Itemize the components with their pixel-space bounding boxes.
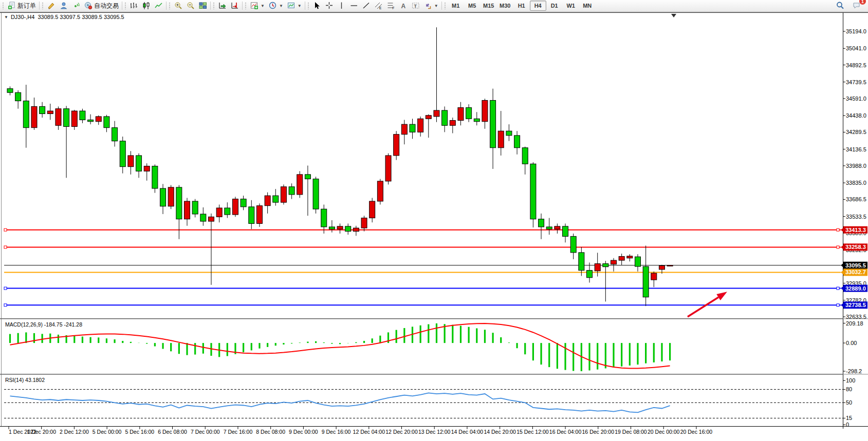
candle [136,156,142,171]
time-label: 7 Dec 00:00 [191,429,220,435]
text-label-button[interactable]: T [410,0,422,11]
toolbar-grip[interactable] [213,2,215,9]
chevron-down-icon[interactable]: ▼ [298,4,302,8]
vertical-line-button[interactable] [336,0,348,11]
text-button[interactable]: A [397,0,410,11]
candle [337,226,343,229]
timeframe-h1-button[interactable]: H1 [513,1,530,11]
line-handle[interactable] [4,228,7,231]
candle [426,116,431,119]
timeframe-m1-button[interactable]: M1 [448,1,464,11]
line-handle[interactable] [837,287,839,290]
line-handle[interactable] [837,304,839,306]
candlestick-button[interactable] [140,0,153,11]
timeframe-h4-button[interactable]: H4 [530,1,546,11]
candle [64,109,69,127]
periods-button[interactable]: ▼ [267,0,285,11]
zoom-out-button[interactable] [184,0,197,11]
chart-shift-button[interactable] [229,0,241,11]
toolbar-grip[interactable] [124,2,126,9]
new-order-button[interactable]: 新订单 [6,0,38,11]
price-tick-label: 34136.5 [846,146,866,152]
channel-icon: E [375,2,383,10]
line-chart-button[interactable] [153,0,165,11]
crosshair-button[interactable] [323,0,336,11]
templates-button[interactable]: ▼ [285,0,304,11]
time-label: 8 Dec 08:00 [256,429,285,435]
candle [394,135,399,156]
macd-tick-label: 0.00 [846,340,857,346]
notifications-button[interactable]: 1 [851,0,863,11]
toolbar-grip[interactable] [169,2,171,9]
candle [450,121,455,126]
hline-icon [350,2,358,10]
search-button[interactable] [834,0,846,11]
line-handle[interactable] [4,287,7,290]
styler-button[interactable] [45,0,58,11]
timeframe-mn-button[interactable]: MN [579,1,596,11]
chart-shift-marker[interactable] [671,14,676,17]
timeframe-m30-button[interactable]: M30 [497,1,513,11]
line-handle[interactable] [4,304,7,306]
horizontal-line-button[interactable] [348,0,360,11]
timeframe-d1-button[interactable]: D1 [546,1,563,11]
candle [530,164,536,219]
chart-symbol-title[interactable]: ▼ DJ30-,H4 33089.5 33097.5 33089.5 33095… [4,14,124,20]
autotrading-button[interactable]: 自动交易 [82,0,121,11]
time-label: 6 Dec 08:00 [158,429,187,435]
candle [353,228,359,232]
profiles-button[interactable] [58,0,70,11]
toolbar-separator [441,2,442,10]
candle [144,166,150,171]
trend-arrow-head[interactable] [716,292,727,300]
toolbar-grip[interactable] [2,2,4,9]
price-label-notch [841,270,843,274]
cursor-icon [313,2,321,10]
arrows-button[interactable]: ▼ [422,0,440,11]
fibo-icon: F [387,2,395,10]
toolbar-grip[interactable] [42,2,44,9]
candle [345,226,351,232]
toolbar-grip[interactable] [307,2,309,9]
candle [555,226,560,229]
equidistant-channel-button[interactable]: E [373,0,385,11]
candle [104,117,109,128]
line-handle[interactable] [837,246,839,248]
fibonacci-button[interactable]: F [385,0,397,11]
cursor-button[interactable] [311,0,323,11]
candle [71,111,77,126]
chevron-down-icon[interactable]: ▼ [261,4,265,8]
bar-chart-button[interactable] [128,0,140,11]
candle [265,196,270,206]
time-label: 14 Dec 20:00 [484,429,516,435]
tile-windows-button[interactable] [197,0,209,11]
candle [506,131,512,136]
candle [490,100,496,147]
collapse-icon[interactable]: ▼ [4,15,8,20]
zoom-in-button[interactable] [172,0,184,11]
timeframe-m5-button[interactable]: M5 [464,1,481,11]
line-handle[interactable] [4,246,7,248]
toolbar-grip[interactable] [444,2,446,9]
rsi-tick-label: 0 [846,421,849,428]
candle [370,201,375,218]
auto-scroll-button[interactable] [216,0,229,11]
line-handle[interactable] [837,228,839,231]
candle [595,264,600,271]
trendline-button[interactable] [360,0,373,11]
chevron-down-icon[interactable]: ▼ [279,4,283,8]
indicators-button[interactable]: ▼ [248,0,267,11]
chevron-down-icon[interactable]: ▼ [434,4,438,8]
trend-arrow-line[interactable] [688,297,718,317]
candle [289,187,294,195]
timeframe-w1-button[interactable]: W1 [563,1,579,11]
rsi-indicator-label: RSI(14) 43.1802 [5,377,45,383]
toolbar-grip[interactable] [245,2,247,9]
signals-button[interactable] [70,0,82,11]
price-tick-label: 32633.5 [846,314,866,320]
timeframe-m15-button[interactable]: M15 [481,1,497,11]
time-label: 14 Dec 04:00 [451,429,484,435]
zoom-out-icon [187,2,195,10]
text-icon: A [399,2,408,10]
candle [15,92,21,101]
